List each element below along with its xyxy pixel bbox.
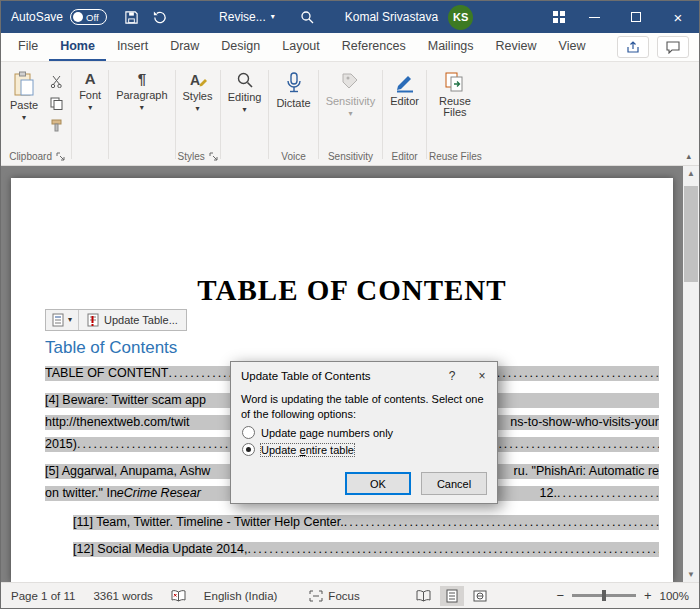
radio-update-page-numbers[interactable]: Update page numbers only bbox=[231, 426, 497, 439]
copy-button[interactable] bbox=[45, 95, 67, 112]
tabrow-actions bbox=[617, 33, 699, 61]
group-separator bbox=[175, 70, 176, 159]
styles-menu-button[interactable]: A Styles ▾ bbox=[178, 66, 218, 115]
zoom-slider[interactable] bbox=[572, 594, 636, 597]
dialog-launcher-icon[interactable] bbox=[209, 152, 218, 161]
maximize-button[interactable] bbox=[615, 1, 657, 33]
radio-selected-icon[interactable] bbox=[242, 443, 255, 456]
autosave-switch[interactable]: Off bbox=[70, 9, 107, 25]
reuse-files-button[interactable]: Reuse Files bbox=[429, 66, 481, 120]
radio-unselected-icon[interactable] bbox=[242, 426, 255, 439]
focus-button[interactable]: Focus bbox=[309, 590, 359, 602]
read-mode-button[interactable] bbox=[412, 586, 436, 606]
web-layout-button[interactable] bbox=[468, 586, 492, 606]
paste-button[interactable]: Paste ▾ bbox=[5, 66, 43, 124]
window-controls: × bbox=[573, 1, 699, 33]
chevron-down-icon: ▾ bbox=[68, 316, 72, 324]
tab-mailings[interactable]: Mailings bbox=[417, 33, 485, 61]
paragraph-menu-button[interactable]: ¶ Paragraph ▾ bbox=[111, 66, 172, 114]
dialog-launcher-icon[interactable] bbox=[56, 152, 65, 161]
editing-group: Editing ▾ bbox=[223, 64, 267, 165]
sensitivity-icon bbox=[340, 71, 360, 93]
group-separator bbox=[268, 70, 269, 159]
styles-icon: A bbox=[188, 71, 208, 88]
tab-design[interactable]: Design bbox=[210, 33, 271, 61]
sensitivity-button[interactable]: Sensitivity ▾ bbox=[321, 66, 381, 120]
ribbon-display-options-button[interactable] bbox=[545, 1, 573, 33]
tab-references[interactable]: References bbox=[331, 33, 417, 61]
tab-review[interactable]: Review bbox=[485, 33, 548, 61]
editing-menu-button[interactable]: Editing ▾ bbox=[223, 66, 267, 116]
font-icon: A bbox=[85, 71, 96, 87]
ok-button[interactable]: OK bbox=[345, 472, 411, 495]
tab-home[interactable]: Home bbox=[49, 33, 106, 61]
zoom-out-button[interactable]: − bbox=[556, 588, 564, 603]
dialog-close-button[interactable]: × bbox=[467, 362, 497, 390]
toc-menu-button[interactable]: ▾ bbox=[46, 310, 79, 330]
collapse-ribbon-button[interactable]: ▴ bbox=[686, 151, 691, 161]
avatar[interactable]: KS bbox=[448, 5, 473, 30]
dot-leader: ........................................… bbox=[557, 486, 659, 501]
search-icon bbox=[300, 10, 314, 24]
dot-leader: ........................................… bbox=[247, 542, 659, 557]
paste-icon bbox=[12, 71, 36, 97]
editor-button[interactable]: Editor bbox=[385, 66, 424, 109]
document-title-menu[interactable]: Revise... ▾ bbox=[219, 10, 275, 24]
paragraph-icon: ¶ bbox=[138, 71, 146, 87]
tab-draw[interactable]: Draw bbox=[159, 33, 210, 61]
editor-icon bbox=[394, 71, 416, 93]
scroll-down-icon[interactable]: ▼ bbox=[687, 570, 695, 579]
page-indicator[interactable]: Page 1 of 11 bbox=[11, 590, 75, 602]
reuse-files-group: Reuse Files Reuse Files bbox=[429, 64, 482, 165]
zoom-slider-thumb[interactable] bbox=[602, 590, 606, 601]
dialog-help-button[interactable]: ? bbox=[437, 362, 467, 390]
comments-button[interactable] bbox=[657, 36, 689, 58]
dialog-title-bar[interactable]: Update Table of Contents ? × bbox=[231, 362, 497, 390]
toc-entry[interactable]: [11] Team, Twitter. Timeline - Twitter H… bbox=[73, 515, 659, 530]
toc-content-control: ▾ Update Table... bbox=[45, 309, 187, 331]
tab-view[interactable]: View bbox=[548, 33, 597, 61]
sensitivity-group-label: Sensitivity bbox=[321, 147, 381, 165]
undo-button[interactable] bbox=[145, 1, 173, 33]
share-button[interactable] bbox=[617, 36, 649, 58]
reuse-files-group-label: Reuse Files bbox=[429, 147, 482, 165]
scroll-up-icon[interactable]: ▲ bbox=[687, 169, 695, 178]
close-button[interactable]: × bbox=[657, 1, 699, 33]
radio-update-entire-table[interactable]: Update entire table bbox=[231, 443, 497, 456]
chevron-down-icon: ▾ bbox=[196, 105, 200, 113]
zoom-controls: − + 100% bbox=[556, 588, 689, 603]
voice-group: Dictate Voice bbox=[271, 64, 315, 165]
cancel-button[interactable]: Cancel bbox=[421, 472, 487, 495]
word-count[interactable]: 3361 words bbox=[93, 590, 152, 602]
autosave-knob-icon bbox=[73, 12, 83, 22]
save-button[interactable] bbox=[117, 1, 145, 33]
user-name: Komal Srivastava bbox=[345, 10, 438, 24]
dictate-button[interactable]: Dictate bbox=[271, 66, 315, 111]
chevron-down-icon: ▾ bbox=[348, 110, 352, 118]
language-indicator[interactable]: English (India) bbox=[204, 590, 278, 602]
zoom-in-button[interactable]: + bbox=[644, 588, 652, 603]
cut-button[interactable] bbox=[45, 73, 67, 90]
vertical-scrollbar[interactable]: ▲ ▼ bbox=[683, 166, 699, 582]
font-menu-button[interactable]: A Font ▾ bbox=[74, 66, 106, 114]
print-layout-button[interactable] bbox=[440, 586, 464, 606]
close-icon: × bbox=[478, 369, 485, 383]
tab-insert[interactable]: Insert bbox=[106, 33, 159, 61]
search-button[interactable] bbox=[293, 1, 321, 33]
tab-layout[interactable]: Layout bbox=[271, 33, 331, 61]
close-icon: × bbox=[674, 9, 683, 26]
zoom-level[interactable]: 100% bbox=[660, 590, 689, 602]
minimize-button[interactable] bbox=[573, 1, 615, 33]
format-painter-button[interactable] bbox=[45, 117, 67, 134]
update-toc-dialog: Update Table of Contents ? × Word is upd… bbox=[230, 361, 498, 504]
toc-field-icon bbox=[52, 313, 64, 327]
autosave-toggle[interactable]: AutoSave Off bbox=[11, 9, 107, 25]
proofing-status[interactable] bbox=[171, 589, 186, 602]
tab-file[interactable]: File bbox=[7, 33, 49, 61]
avatar-initials: KS bbox=[453, 11, 468, 23]
scrollbar-thumb[interactable] bbox=[684, 186, 698, 282]
toc-entry[interactable]: [12] Social Media Update 2014, .........… bbox=[73, 542, 659, 557]
microphone-icon bbox=[283, 71, 305, 95]
update-table-button[interactable]: Update Table... bbox=[79, 310, 186, 330]
group-separator bbox=[220, 70, 221, 159]
